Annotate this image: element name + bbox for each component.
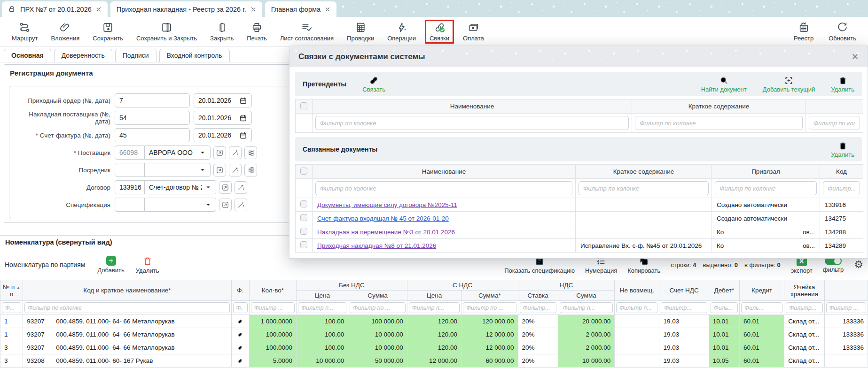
linked-document-row[interactable]: Счет-фактура входящая № 45 от 2026-01-20…: [296, 212, 863, 225]
table-row[interactable]: 3 93207 000.4859. 011.000- 64- 66 Металл…: [0, 341, 868, 354]
column-header-credit[interactable]: Кредит: [740, 280, 784, 301]
supplier-select[interactable]: АВРОРА ООО: [145, 146, 211, 160]
toolbar-button-route[interactable]: Маршрут: [8, 20, 42, 43]
middleman-open-button[interactable]: [213, 164, 226, 176]
linked-document-row[interactable]: Приходная накладная №8 от 21.01.2026 Исп…: [296, 239, 863, 253]
table-row[interactable]: 1 93207 000.4859. 011.000- 64- 66 Металл…: [0, 328, 868, 341]
toolbar-button-attachments[interactable]: Вложения: [47, 20, 84, 43]
toolbar-button-close[interactable]: Закрыть: [206, 20, 238, 43]
linked-document-row[interactable]: Накладная на перемещение №3 от 20.01.202…: [296, 225, 863, 239]
browser-tab-document[interactable]: ПРХ №7 от 20.01.2026: [2, 1, 108, 17]
column-header-name[interactable]: Наименование: [313, 100, 632, 114]
supplier-waybill-number-input[interactable]: 54: [115, 111, 190, 125]
filter-input[interactable]: [350, 302, 405, 313]
invoice-number-input[interactable]: 45: [115, 128, 190, 142]
document-link[interactable]: Счет-фактура входящая № 45 от 2026-01-20: [317, 215, 449, 222]
close-tab-icon[interactable]: [250, 7, 256, 12]
filter-input[interactable]: [315, 116, 629, 130]
table-row[interactable]: 3 93208 000.4859. 011.000- 60- 167 Рукав…: [0, 354, 868, 368]
middleman-select[interactable]: [145, 163, 211, 177]
toolbar-button-print[interactable]: Печать: [242, 20, 271, 43]
toolbar-button-postings[interactable]: Проводки: [343, 20, 378, 43]
filter-input[interactable]: [24, 302, 229, 313]
filter-input[interactable]: [463, 302, 516, 313]
delete-row-button[interactable]: Удалить: [136, 256, 159, 274]
table-row[interactable]: 1 93207 000.4859. 011.000- 64- 66 Металл…: [0, 315, 868, 328]
contract-code-input[interactable]: 133916: [115, 180, 145, 194]
toolbar-button-links[interactable]: Связки: [425, 20, 454, 44]
toolbar-button-operations[interactable]: Операции: [383, 20, 420, 43]
tab-main[interactable]: Основная: [4, 49, 51, 62]
incoming-order-date-input[interactable]: 20.01.2026: [194, 93, 252, 107]
document-link[interactable]: Документы, имеющие силу договора №2025-1…: [317, 201, 457, 208]
document-link[interactable]: Приходная накладная №8 от 21.01.2026: [317, 242, 436, 249]
column-header-name[interactable]: Наименование: [313, 165, 576, 179]
column-header-summary[interactable]: Краткое содержание: [576, 165, 712, 179]
link-documents-button[interactable]: Связать: [362, 76, 385, 93]
middleman-wand-button[interactable]: [229, 164, 242, 176]
row-checkbox[interactable]: [300, 200, 307, 207]
column-header-extra[interactable]: [824, 280, 868, 301]
contract-wand-button[interactable]: [235, 181, 247, 194]
filter-input[interactable]: [786, 302, 822, 313]
supplier-open-button[interactable]: [213, 146, 226, 159]
linked-document-row[interactable]: Документы, имеющие силу договора №2025-1…: [296, 198, 863, 212]
column-header-num[interactable]: № п▲ п: [0, 280, 23, 301]
column-header-vat-rate[interactable]: Ставка: [518, 291, 558, 301]
middleman-code-input[interactable]: [115, 163, 145, 177]
specification-code-input[interactable]: [115, 198, 145, 212]
filter-input[interactable]: [233, 302, 248, 313]
filter-input[interactable]: [616, 302, 657, 313]
close-icon[interactable]: [852, 53, 859, 60]
middleman-hierarchy-button[interactable]: [244, 164, 257, 176]
linked-delete-button[interactable]: Удалить: [831, 141, 854, 158]
column-header-sum-no-vat[interactable]: Сумма: [348, 291, 407, 301]
select-all-checkbox[interactable]: [300, 102, 307, 109]
filter-input[interactable]: [560, 302, 613, 313]
column-header-sum-with-vat[interactable]: Сумма*: [461, 291, 518, 301]
filter-input[interactable]: [298, 302, 346, 313]
column-header-non-refund[interactable]: Не возмещ.: [615, 280, 659, 301]
toolbar-button-approval-sheet[interactable]: Лист согласования: [276, 20, 338, 43]
toolbar-button-refresh[interactable]: Обновить: [824, 20, 860, 43]
column-header-summary[interactable]: Краткое содержание: [632, 100, 806, 114]
column-header-debit[interactable]: Дебет*: [709, 280, 739, 301]
column-header-vat-account[interactable]: Счет НДС: [659, 280, 709, 301]
row-checkbox[interactable]: [300, 228, 307, 235]
column-header-price-no-vat[interactable]: Цена: [297, 291, 348, 301]
browser-tab-registry[interactable]: Приходная накладная - Реестр за 2026 г.: [110, 1, 262, 17]
filter-input[interactable]: [315, 181, 572, 195]
contract-select[interactable]: Счет-договор № 2025-11 от 01.11.2: [145, 180, 216, 194]
filter-input[interactable]: [579, 181, 709, 195]
supplier-waybill-date-input[interactable]: 20.01.2026: [194, 111, 252, 125]
close-tab-icon[interactable]: [325, 7, 330, 12]
candidates-delete-button[interactable]: Удалить: [831, 76, 854, 93]
filter-input[interactable]: [661, 302, 707, 313]
invoice-date-input[interactable]: 20.01.2026: [194, 128, 252, 142]
filter-input[interactable]: [826, 302, 866, 313]
link-icon[interactable]: [236, 357, 244, 365]
column-header-price-with-vat[interactable]: Цена: [407, 291, 461, 301]
column-header-code[interactable]: Код: [820, 165, 863, 179]
supplier-code-input[interactable]: 66098: [115, 146, 145, 160]
filter-input[interactable]: [2, 302, 21, 313]
browser-tab-main-form[interactable]: Главная форма: [265, 1, 336, 17]
gear-icon[interactable]: ⚙: [854, 260, 863, 270]
column-header-code-name[interactable]: Код и краткое наименование*: [23, 280, 231, 301]
column-header-storage[interactable]: Ячейка хранения: [784, 280, 824, 301]
filter-input[interactable]: [711, 302, 738, 313]
specification-open-button[interactable]: [219, 199, 232, 211]
filter-input[interactable]: [715, 181, 817, 195]
column-header-vat-sum[interactable]: Сумма: [558, 291, 614, 301]
filter-input[interactable]: [409, 302, 460, 313]
select-all-checkbox[interactable]: [300, 168, 307, 175]
add-current-button[interactable]: Удалить Добавить текущий: [763, 76, 815, 93]
filter-input[interactable]: [635, 116, 803, 130]
column-header-f[interactable]: Ф.: [231, 280, 249, 301]
column-header-linked-by[interactable]: Привязал: [712, 165, 820, 179]
document-link[interactable]: Накладная на перемещение №3 от 20.01.202…: [317, 229, 455, 236]
specification-wand-button[interactable]: [235, 199, 247, 211]
add-row-button[interactable]: Добавить: [97, 256, 124, 274]
specification-select[interactable]: [145, 198, 216, 212]
filter-input[interactable]: [520, 302, 556, 313]
